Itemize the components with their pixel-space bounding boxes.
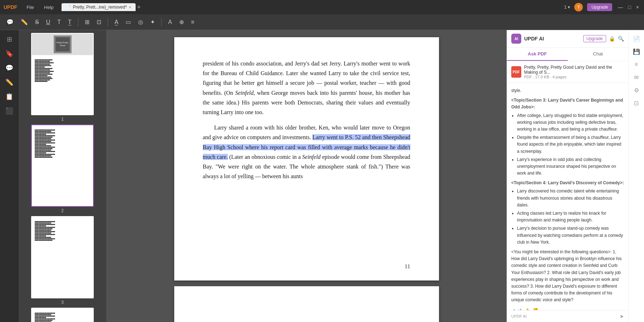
seinfeld-ref-1: Seinfeld — [235, 90, 254, 96]
send-icon[interactable]: ➤ — [620, 313, 624, 319]
thumb-text-2: ████████████████████████████████ ███████… — [32, 125, 93, 161]
page-number: 11 — [405, 263, 410, 270]
toolbar: 💬 ✏️ S U T T̲ ⊞ ⊡ A̲ ▭ ◎ ✦ A ⊕ ≡ — [0, 14, 644, 30]
pdf-info: Pretty, Pretty, Pretty Good Larry David … — [524, 65, 624, 79]
circle-tool[interactable]: ◎ — [136, 17, 145, 27]
thumbnail-label-1: 1 — [61, 117, 64, 122]
thumb-text-3: ████████████████████████████████ ███████… — [32, 217, 93, 244]
topic-4: <Topic/Section 4: Larry David's Discover… — [511, 180, 624, 246]
main-content: ⊞ 🔖 💬 ✏️ 📋 ⬛ Pretty Pretty Good ████████… — [0, 30, 644, 322]
book-cover: Pretty Pretty Good — [54, 35, 72, 53]
toolbar-sep-3 — [161, 18, 162, 26]
pdf-viewer[interactable]: president of his condo association, and … — [106, 30, 507, 322]
toolbar-sep-1 — [78, 18, 78, 26]
close-btn[interactable]: × — [635, 4, 640, 11]
ai-logo-text: AI — [514, 37, 518, 41]
thumbnail-4[interactable]: ████████████████████████████████ ███████… — [21, 308, 103, 322]
rs-save-icon[interactable]: 💾 — [631, 46, 642, 57]
panel-header: AI UPDF AI Upgrade 🔒 🔍 — [507, 30, 628, 48]
stamp-tool[interactable]: ⊕ — [177, 17, 186, 27]
active-tab[interactable]: 📄 Pretty, Prett...ine)_removed* × — [62, 3, 136, 11]
tab-chat[interactable]: Chat — [568, 48, 629, 61]
thumbnail-panel: Pretty Pretty Good █████████████████████… — [19, 30, 106, 322]
thumb-text-1: ████████████████████████████ ███████████… — [32, 57, 93, 85]
left-sidebar: ⊞ 🔖 💬 ✏️ 📋 ⬛ — [0, 30, 19, 322]
tab-icon: 📄 — [66, 5, 71, 10]
underline-tool[interactable]: U — [44, 18, 53, 27]
top-bar-right: 1 ▾ T Upgrade — □ × — [564, 3, 640, 11]
updf-ai-logo: AI — [511, 34, 521, 44]
topic-3-item-2: Despite the embarrassment of being a cha… — [517, 134, 624, 155]
pdf-page-2 — [174, 286, 439, 322]
upgrade-button[interactable]: Upgrade — [587, 3, 612, 11]
lock-icon: 🔒 — [609, 36, 615, 42]
pdf-para-1: president of his condo association, and … — [203, 59, 410, 117]
avatar[interactable]: T — [574, 3, 583, 11]
menu-file[interactable]: File — [24, 4, 36, 11]
toolbar-sep-2 — [108, 18, 108, 26]
thumbnail-2[interactable]: ████████████████████████████████ ███████… — [21, 125, 103, 213]
topic-4-title: <Topic/Section 4: Larry David's Discover… — [511, 180, 624, 186]
top-bar: UPDF File Help 📄 Pretty, Prett...ine)_re… — [0, 0, 644, 14]
thumb-text-4: ████████████████████████████████ ███████… — [32, 308, 93, 322]
thumbnail-label-3: 3 — [61, 300, 64, 305]
topic-4-item-1: Larry discovered his comedic talent whil… — [517, 188, 624, 209]
topic-3-list: After college, Larry struggled to find s… — [517, 112, 624, 177]
sidebar-bookmark[interactable]: 🔖 — [3, 47, 16, 60]
sidebar-edit[interactable]: ✏️ — [3, 76, 16, 89]
rs-list-icon[interactable]: ≡ — [631, 59, 642, 70]
maximize-btn[interactable]: □ — [626, 4, 632, 11]
new-tab-btn[interactable]: + — [137, 4, 141, 11]
chat-style-note: style. — [511, 87, 624, 94]
tab-close-btn[interactable]: × — [129, 5, 131, 9]
pdf-info-bar: PDF Pretty, Pretty, Pretty Good Larry Da… — [507, 61, 628, 83]
window-controls: — □ × — [616, 4, 640, 11]
menu-help[interactable]: Help — [42, 4, 56, 11]
more-tool[interactable]: ≡ — [189, 18, 196, 27]
color-tool[interactable]: A̲ — [112, 17, 121, 27]
page-num: 1 — [564, 5, 567, 10]
right-panel: AI UPDF AI Upgrade 🔒 🔍 Ask PDF Chat PDF … — [507, 30, 628, 322]
thumbnail-img-3: ████████████████████████████████ ███████… — [31, 216, 94, 298]
suggestion-text: <You might be interested in the followin… — [511, 249, 624, 304]
search-panel-icon[interactable]: 🔍 — [618, 36, 624, 42]
page-nav: 1 ▾ — [564, 5, 570, 10]
seinfeld-ref-2: Seinfeld — [302, 154, 321, 160]
panel-tabs: Ask PDF Chat — [507, 48, 628, 61]
text-format-tool[interactable]: T̲ — [66, 17, 74, 27]
pdf-file-icon: PDF — [511, 66, 521, 78]
sidebar-comment[interactable]: 💬 — [3, 62, 16, 74]
sidebar-pages[interactable]: 📋 — [3, 90, 16, 103]
topic-4-item-2: Acting classes led Larry to realize his … — [517, 210, 624, 224]
rs-resize-icon[interactable]: ⊡ — [631, 97, 642, 109]
table-tool[interactable]: ⊞ — [83, 17, 92, 27]
font-tool[interactable]: A — [166, 18, 174, 27]
thumbnail-img-4: ████████████████████████████████ ███████… — [31, 308, 94, 322]
rs-settings-icon[interactable]: ⚙ — [631, 84, 642, 96]
strikethrough-tool[interactable]: S — [33, 18, 41, 27]
panel-upgrade-btn[interactable]: Upgrade — [583, 35, 606, 42]
topic-3-title: <Topic/Section 3: Larry David's Career B… — [511, 97, 624, 111]
pdf-filename: Pretty, Pretty, Pretty Good Larry David … — [524, 65, 624, 75]
pen-tool[interactable]: ✦ — [148, 17, 157, 27]
sidebar-extract[interactable]: ⬛ — [3, 104, 16, 117]
rs-pages-icon[interactable]: 📄 — [631, 33, 642, 44]
crop-tool[interactable]: ⊡ — [94, 17, 103, 27]
sidebar-home[interactable]: ⊞ — [3, 33, 16, 46]
page-nav-icon[interactable]: ▾ — [568, 5, 570, 10]
rs-message-icon[interactable]: ✉ — [631, 72, 642, 83]
comment-tool[interactable]: 💬 — [4, 17, 16, 27]
pdf-para-2: Larry shared a room with his older broth… — [203, 123, 410, 181]
shape-tool[interactable]: ▭ — [123, 17, 133, 27]
chat-footer: UPDF AI ➤ — [507, 310, 628, 322]
thumbnail-1[interactable]: Pretty Pretty Good █████████████████████… — [21, 33, 103, 122]
right-sidebar: 📄 💾 ≡ ✉ ⚙ ⊡ — [628, 30, 644, 322]
chat-actions: ↗ ↺ 👍 👎 — [511, 306, 624, 310]
thumbnail-3[interactable]: ████████████████████████████████ ███████… — [21, 216, 103, 305]
tab-bar: 📄 Pretty, Prett...ine)_removed* × + — [62, 3, 558, 11]
text-tool[interactable]: T — [55, 18, 63, 27]
minimize-btn[interactable]: — — [616, 4, 624, 11]
highlight-tool[interactable]: ✏️ — [19, 17, 30, 27]
tab-ask-pdf[interactable]: Ask PDF — [507, 48, 568, 61]
topic-4-list: Larry discovered his comedic talent whil… — [517, 188, 624, 246]
